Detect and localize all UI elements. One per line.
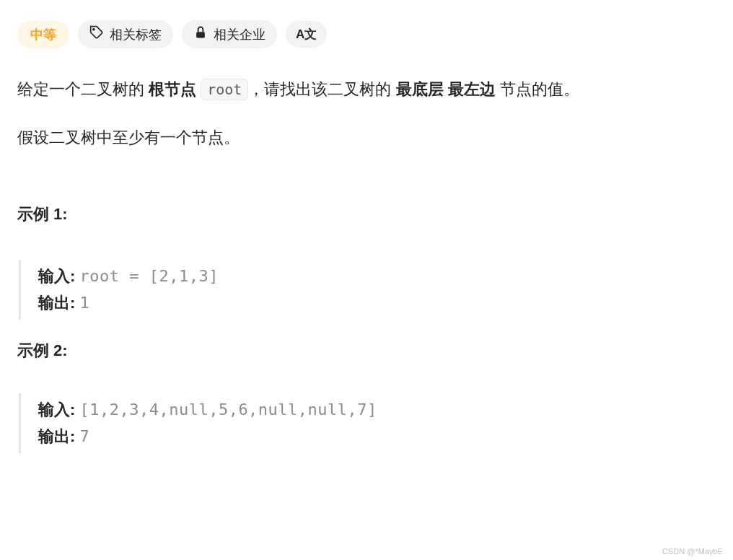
text-fragment: 给定一个二叉树的 [17,80,149,98]
output-value: 7 [79,427,89,445]
example-1-output-line: 输出: 1 [38,289,716,316]
example-2-block: 输入: [1,2,3,4,null,5,6,null,null,7] 输出: 7 [19,393,716,453]
companies-pill[interactable]: 相关企业 [182,20,277,48]
description-line-1: 给定一个二叉树的 根节点 root，请找出该二叉树的 最底层 最左边 节点的值。 [17,76,716,104]
output-value: 1 [79,294,89,312]
input-label: 输入: [38,401,79,419]
problem-description: 给定一个二叉树的 根节点 root，请找出该二叉树的 最底层 最左边 节点的值。… [17,76,716,152]
difficulty-pill[interactable]: 中等 [17,21,69,48]
example-1-block: 输入: root = [2,1,3] 输出: 1 [19,260,716,320]
svg-rect-1 [196,32,205,38]
text-fragment: 节点的值。 [500,80,579,98]
pill-row: 中等 相关标签 相关企业 A文 [17,20,716,48]
description-line-2: 假设二叉树中至少有一个节点。 [17,124,716,152]
output-label: 输出: [38,294,79,312]
bold-text: 最底层 最左边 [396,80,500,98]
translate-icon: A文 [296,26,317,43]
bold-text: 根节点 [149,80,196,98]
lock-icon [193,25,208,43]
tags-label: 相关标签 [110,26,162,43]
input-value: [1,2,3,4,null,5,6,null,null,7] [79,401,377,419]
input-label: 输入: [38,267,79,285]
output-label: 输出: [38,427,79,445]
difficulty-label: 中等 [30,26,56,43]
svg-point-0 [93,29,95,30]
example-1-input-line: 输入: root = [2,1,3] [38,263,716,289]
text-fragment: ，请找出该二叉树的 [248,80,395,98]
companies-label: 相关企业 [214,26,265,43]
watermark: CSDN @*MaybE [662,547,723,556]
example-2-output-line: 输出: 7 [38,423,716,450]
tags-pill[interactable]: 相关标签 [78,20,173,48]
example-1-title: 示例 1: [17,204,716,225]
example-2-title: 示例 2: [17,340,716,362]
example-2-input-line: 输入: [1,2,3,4,null,5,6,null,null,7] [38,396,716,423]
tag-icon [89,25,104,43]
inline-code: root [201,79,248,100]
translate-pill[interactable]: A文 [286,21,327,48]
input-value: root = [2,1,3] [79,267,218,285]
